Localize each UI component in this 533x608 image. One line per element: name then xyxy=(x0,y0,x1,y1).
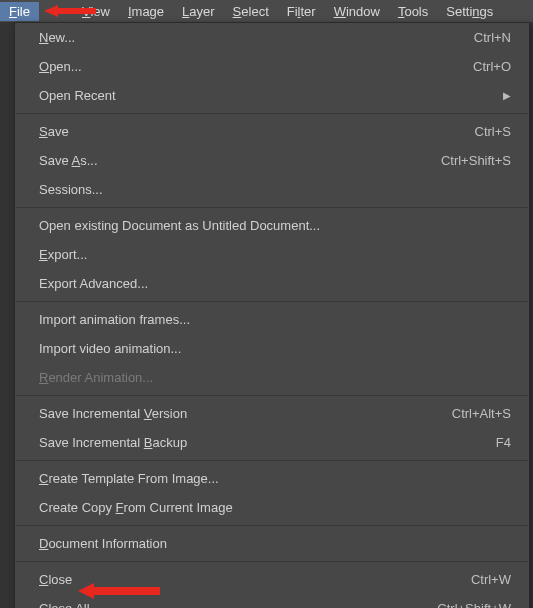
menu-separator xyxy=(16,395,528,396)
menu-label: Open... xyxy=(39,59,473,74)
menu-export[interactable]: Export... xyxy=(15,240,529,269)
menubar-image[interactable]: Image xyxy=(119,2,173,21)
menu-label: Create Template From Image... xyxy=(39,471,511,486)
menu-separator xyxy=(16,113,528,114)
menu-label: Save xyxy=(39,124,475,139)
menu-create-template[interactable]: Create Template From Image... xyxy=(15,464,529,493)
menubar-file[interactable]: File xyxy=(0,2,39,21)
menu-shortcut: F4 xyxy=(496,435,511,450)
menu-save[interactable]: Save Ctrl+S xyxy=(15,117,529,146)
menu-open-recent[interactable]: Open Recent ▶ xyxy=(15,81,529,110)
menu-label: Close All xyxy=(39,601,437,608)
menu-shortcut: Ctrl+S xyxy=(475,124,511,139)
menu-render-animation: Render Animation... xyxy=(15,363,529,392)
submenu-arrow-icon: ▶ xyxy=(503,90,511,101)
menubar-tools[interactable]: Tools xyxy=(389,2,437,21)
menu-new[interactable]: New... Ctrl+N xyxy=(15,23,529,52)
menu-open[interactable]: Open... Ctrl+O xyxy=(15,52,529,81)
menu-separator xyxy=(16,561,528,562)
menu-close-all[interactable]: Close All Ctrl+Shift+W xyxy=(15,594,529,608)
menu-open-existing-untitled[interactable]: Open existing Document as Untitled Docum… xyxy=(15,211,529,240)
menu-label: Document Information xyxy=(39,536,511,551)
menu-save-incremental-version[interactable]: Save Incremental Version Ctrl+Alt+S xyxy=(15,399,529,428)
menu-label: Create Copy From Current Image xyxy=(39,500,511,515)
menu-label: Export Advanced... xyxy=(39,276,511,291)
file-dropdown-menu: New... Ctrl+N Open... Ctrl+O Open Recent… xyxy=(14,22,530,608)
menu-label: Save Incremental Backup xyxy=(39,435,496,450)
menubar-layer[interactable]: Layer xyxy=(173,2,224,21)
menubar-hidden[interactable] xyxy=(39,9,73,13)
menu-save-as[interactable]: Save As... Ctrl+Shift+S xyxy=(15,146,529,175)
menu-label: Open existing Document as Untitled Docum… xyxy=(39,218,511,233)
menubar-filter[interactable]: Filter xyxy=(278,2,325,21)
menu-separator xyxy=(16,207,528,208)
menu-label: Save Incremental Version xyxy=(39,406,452,421)
menu-label: Export... xyxy=(39,247,511,262)
menu-label: Close xyxy=(39,572,471,587)
menu-close[interactable]: Close Ctrl+W xyxy=(15,565,529,594)
menu-save-incremental-backup[interactable]: Save Incremental Backup F4 xyxy=(15,428,529,457)
menubar-select[interactable]: Select xyxy=(224,2,278,21)
menu-import-video-animation[interactable]: Import video animation... xyxy=(15,334,529,363)
menu-separator xyxy=(16,460,528,461)
menu-label: Import animation frames... xyxy=(39,312,511,327)
menu-shortcut: Ctrl+W xyxy=(471,572,511,587)
menu-label: Import video animation... xyxy=(39,341,511,356)
menu-shortcut: Ctrl+O xyxy=(473,59,511,74)
menu-shortcut: Ctrl+N xyxy=(474,30,511,45)
menu-shortcut: Ctrl+Shift+S xyxy=(441,153,511,168)
menu-label: Render Animation... xyxy=(39,370,511,385)
menu-label: New... xyxy=(39,30,474,45)
menu-shortcut: Ctrl+Shift+W xyxy=(437,601,511,608)
menu-create-copy[interactable]: Create Copy From Current Image xyxy=(15,493,529,522)
menu-shortcut: Ctrl+Alt+S xyxy=(452,406,511,421)
menu-label: Sessions... xyxy=(39,182,511,197)
menubar-view[interactable]: View xyxy=(73,2,119,21)
menu-label: Save As... xyxy=(39,153,441,168)
menubar-window[interactable]: Window xyxy=(325,2,389,21)
menu-import-animation-frames[interactable]: Import animation frames... xyxy=(15,305,529,334)
menu-export-advanced[interactable]: Export Advanced... xyxy=(15,269,529,298)
menu-separator xyxy=(16,301,528,302)
menu-document-information[interactable]: Document Information xyxy=(15,529,529,558)
menu-label: Open Recent xyxy=(39,88,503,103)
main-menubar: File View Image Layer Select Filter Wind… xyxy=(0,0,533,22)
menu-separator xyxy=(16,525,528,526)
menu-sessions[interactable]: Sessions... xyxy=(15,175,529,204)
left-panel-strip xyxy=(0,22,14,608)
menubar-settings[interactable]: Settings xyxy=(437,2,502,21)
